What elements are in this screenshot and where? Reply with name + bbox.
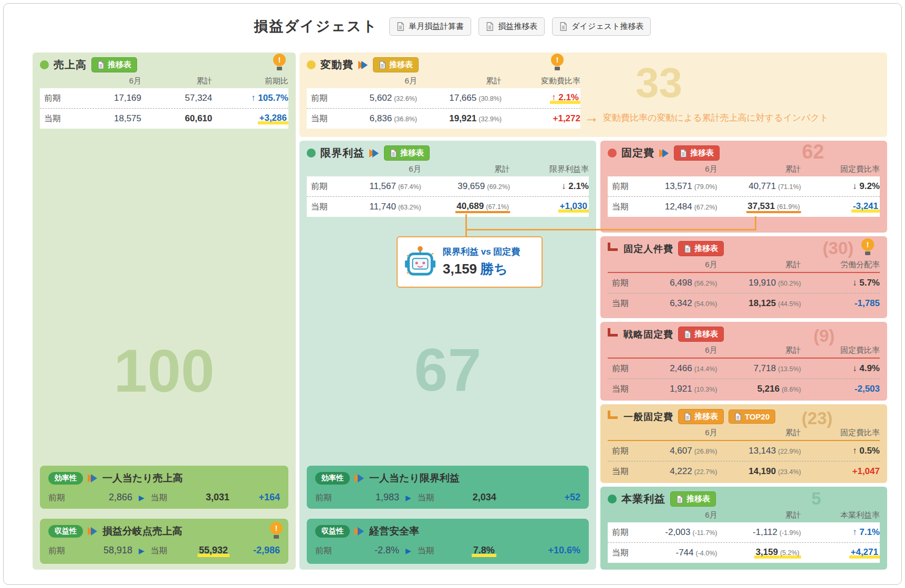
- sales-trend-button[interactable]: 推移表: [91, 57, 137, 72]
- table-row: 前期 13,571(79.0%) 40,771(71.1%) ↓ 9.2%: [608, 176, 880, 197]
- play-icon: [369, 149, 379, 158]
- connector-line: [465, 229, 756, 230]
- fixed-table: 6月 累計 固定費比率 前期 13,571(79.0%) 40,771(71.1…: [608, 162, 880, 217]
- arrow-right-icon: ▶: [405, 494, 411, 502]
- lightbulb-icon[interactable]: !: [861, 238, 875, 255]
- sales-table: 6月 累計 前期比 前期 17,169 57,324 ↑ 105.7% 当期 1…: [40, 74, 288, 129]
- connector-line: [465, 214, 467, 237]
- profitability-badge: 収益性: [315, 525, 350, 538]
- pl-trend-button[interactable]: 損益推移表: [478, 17, 545, 36]
- efficiency-badge: 効率性: [48, 472, 83, 485]
- kpi-safety-margin: 収益性 経営安全率 前期 -2.8% ▶ 当期 7.8% +10.6%: [307, 519, 589, 564]
- table-row: 当期 1,921(10.3%) 5,216(8.6%) -2,503: [608, 379, 880, 399]
- panel-title: 固定人件費: [623, 243, 673, 255]
- robot-callout: 限界利益 vs 固定費 3,159勝ち: [397, 236, 543, 288]
- document-icon: [559, 22, 567, 31]
- monthly-pl-button[interactable]: 単月損益計算書: [389, 17, 471, 36]
- labor-trend-button[interactable]: 推移表: [678, 241, 724, 256]
- branch-icon: [608, 243, 618, 251]
- play-icon: [355, 474, 365, 482]
- fixed-trend-button[interactable]: 推移表: [674, 145, 720, 161]
- panel-title: 一般固定費: [623, 411, 673, 423]
- document-icon: [676, 495, 683, 503]
- play-icon: [659, 149, 669, 158]
- col-month: 6月: [70, 76, 141, 86]
- arrow-right-icon: ▶: [405, 547, 411, 555]
- panel-title: 固定費: [621, 146, 654, 160]
- play-icon: [358, 61, 368, 69]
- play-icon: [88, 527, 98, 536]
- document-icon: [680, 149, 687, 158]
- arrow-right-icon: →: [584, 110, 599, 125]
- col-rate: 前期比: [212, 76, 288, 86]
- table-row: 当期 12,484(67.2%) 37,531(61.9%) -3,241: [608, 197, 880, 217]
- connector-line: [755, 216, 756, 230]
- branch-icon: [608, 328, 618, 337]
- document-icon: [684, 413, 691, 421]
- core-table: 6月 累計 本業利益率 前期 -2,003(-11.7%) -1,112(-1.…: [608, 508, 880, 563]
- lightbulb-icon[interactable]: !: [269, 522, 283, 539]
- bullet-icon: [307, 149, 316, 158]
- kpi-breakeven-sales: ! 収益性 損益分岐点売上高 前期 58,918 ▶ 当期 55,932 -2,…: [40, 519, 288, 564]
- sales-panel: 100 ! 売上高 推移表 6月 累計 前期比 前期 17,169: [33, 52, 296, 570]
- panel-title: 本業利益: [621, 492, 665, 506]
- table-row: 当期 11,740(63.2%) 40,689(67.1%) +1,030: [307, 197, 589, 217]
- play-icon: [355, 527, 365, 536]
- robot-callout-result: 勝ち: [480, 261, 508, 277]
- robot-callout-value: 3,159: [443, 261, 477, 277]
- table-row: 前期 4,607(26.8%) 13,143(22.9%) ↑ 0.5%: [608, 441, 880, 461]
- strategic-trend-button[interactable]: 推移表: [678, 327, 724, 342]
- document-icon: [397, 22, 404, 31]
- table-row: 前期 -2,003(-11.7%) -1,112(-1.9%) ↑ 7.1%: [608, 522, 880, 543]
- labor-table: 6月 累計 労働分配率 前期 6,498(56.2%) 19,910(50.2%…: [608, 258, 880, 313]
- variable-table: 6月 累計 変動費比率 前期 5,602(32.6%) 17,665(30.8%…: [307, 74, 580, 129]
- pl-digest-dashboard: 損益ダイジェスト 単月損益計算書 損益推移表 ダイジェスト推移表 100 ! 売…: [0, 0, 905, 588]
- branch-icon: [608, 411, 618, 419]
- bullet-icon: [608, 495, 617, 503]
- general-trend-button[interactable]: 推移表: [678, 409, 724, 424]
- impact-note: → 変動費比率の変動による累計売上高に対するインパクト: [584, 110, 829, 125]
- marginal-trend-button[interactable]: 推移表: [384, 145, 430, 161]
- marginal-table: 6月 累計 限界利益率 前期 11,567(67.4%) 39,659(69.2…: [307, 162, 589, 217]
- general-table: 6月 累計 固定費比率 前期 4,607(26.8%) 13,143(22.9%…: [608, 426, 880, 481]
- table-row: 前期 11,567(67.4%) 39,659(69.2%) ↓ 2.1%: [307, 176, 589, 197]
- efficiency-badge: 効率性: [315, 472, 350, 485]
- top20-button[interactable]: TOP20: [729, 410, 775, 424]
- table-row: 前期 6,498(56.2%) 19,910(50.2%) ↓ 5.7%: [608, 273, 880, 293]
- page-title: 損益ダイジェスト: [254, 17, 378, 36]
- fixed-cost-panel: 62 固定費 推移表 6月 累計 固定費比率 前期 13,571(79.0%) …: [600, 141, 887, 233]
- bullet-icon: [40, 60, 49, 69]
- table-row: 当期 6,342(54.0%) 18,125(44.5%) -1,785: [608, 293, 880, 313]
- bullet-icon: [608, 149, 617, 158]
- panel-title: 限界利益: [320, 146, 365, 160]
- variable-cost-panel: 33 ! 変動費 推移表 6月 累計 変動費比率 前期 5,602(3: [299, 52, 887, 137]
- table-row: 前期 2,466(14.4%) 7,718(13.5%) ↓ 4.9%: [608, 359, 880, 379]
- table-row: 当期 4,222(22.7%) 14,190(23.4%) +1,047: [608, 461, 880, 481]
- marginal-profit-panel: 67 限界利益 推移表 6月 累計 限界利益率 前期 11,567(67.4%): [299, 141, 596, 570]
- watermark: 67: [299, 335, 596, 404]
- general-fixed-panel: (23) 一般固定費 推移表 TOP20 6月 累計 固定費比率 前期 4,60: [600, 404, 887, 483]
- variable-trend-button[interactable]: 推移表: [373, 57, 419, 72]
- kpi-marginal-per-capita: 効率性 一人当たり限界利益 前期 1,983 ▶ 当期 2,034 +52: [307, 466, 589, 509]
- robot-icon: [404, 245, 436, 279]
- arrow-right-icon: ▶: [139, 494, 144, 502]
- core-trend-button[interactable]: 推移表: [670, 491, 716, 507]
- header: 損益ダイジェスト 単月損益計算書 損益推移表 ダイジェスト推移表: [0, 17, 905, 36]
- document-icon: [486, 22, 494, 31]
- document-icon: [684, 245, 691, 253]
- kpi-sales-per-capita: 効率性 一人当たり売上高 前期 2,866 ▶ 当期 3,031 +164: [40, 466, 288, 509]
- fixed-labor-panel: (30) ! 固定人件費 推移表 6月 累計 労働分配率 前期 6,498(56…: [600, 236, 887, 318]
- col-cum: 累計: [141, 76, 212, 86]
- document-icon: [684, 330, 691, 339]
- table-row: 当期 -744(-4.0%) 3,159(5.2%) +4,271: [608, 543, 880, 563]
- document-search-icon: [734, 413, 742, 421]
- table-row: 前期 5,602(32.6%) 17,665(30.8%) ↑ 2.1%: [307, 88, 580, 109]
- table-row: 当期 18,575 60,610 +3,286: [40, 109, 288, 129]
- core-profit-panel: 5 本業利益 推移表 6月 累計 本業利益率 前期 -2,003(-11.7%)…: [600, 487, 887, 570]
- digest-trend-button[interactable]: ダイジェスト推移表: [552, 17, 651, 36]
- panel-title: 売上高: [54, 58, 87, 72]
- robot-callout-title: 限界利益 vs 固定費: [443, 246, 520, 258]
- strategic-fixed-panel: (9) 戦略固定費 推移表 6月 累計 固定費比率 前期 2,466(14.4%…: [600, 322, 887, 401]
- lightbulb-icon[interactable]: !: [273, 54, 286, 70]
- lightbulb-icon[interactable]: !: [550, 54, 564, 70]
